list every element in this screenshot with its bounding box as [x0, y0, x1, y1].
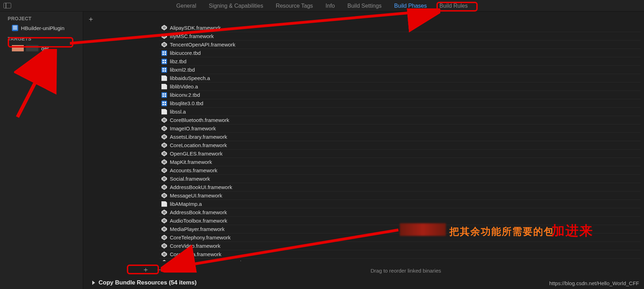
list-item[interactable]: AddressBook.framework [159, 208, 641, 216]
framework-icon [161, 151, 167, 157]
static-library-icon [161, 109, 167, 115]
source-watermark: https://blog.csdn.net/Hello_World_CFF [549, 280, 639, 286]
target-settings-tabs: General Signing & Capabilities Resource … [0, 0, 644, 12]
framework-name-label: TencentOpenAPI.framework [170, 42, 236, 48]
framework-name-label: MessageUI.framework [170, 193, 222, 198]
annotation-text-append: 加进来 [551, 222, 593, 240]
target-name-blurred [26, 45, 38, 51]
drag-hint-label: Drag to reorder linked binaries [371, 268, 441, 274]
list-item[interactable]: CoreLocation.framework [159, 141, 641, 149]
framework-icon [161, 134, 167, 140]
tab-info[interactable]: Info [319, 1, 341, 11]
list-item[interactable]: libicucore.tbd [159, 49, 641, 57]
tab-build-phases[interactable]: Build Phases [388, 1, 433, 11]
target-name-suffix: der [41, 45, 49, 51]
list-item[interactable]: Accounts.framework [159, 166, 641, 174]
list-item[interactable]: libsqlite3.0.tbd [159, 99, 641, 107]
framework-name-label: ImageIO.framework [170, 125, 216, 131]
tab-build-settings[interactable]: Build Settings [341, 1, 388, 11]
list-item[interactable]: MapKit.framework [159, 158, 641, 166]
framework-name-label: libAMapImp.a [170, 201, 202, 207]
framework-name-label: libbaiduSpeech.a [170, 75, 210, 81]
add-build-phase-button[interactable]: ＋ [87, 14, 94, 24]
framework-name-label: CoreLocation.framework [170, 142, 227, 148]
framework-name-label: Accounts.framework [170, 167, 217, 173]
static-library-icon [161, 84, 167, 89]
sidebar-item-project[interactable]: HBuilder-uniPlugin [0, 23, 83, 32]
framework-icon [161, 226, 167, 232]
framework-icon [161, 159, 167, 165]
framework-icon [161, 185, 167, 190]
copy-bundle-resources-section[interactable]: Copy Bundle Resources (54 items) [92, 279, 197, 286]
sidebar-item-target[interactable]: der [0, 44, 83, 53]
list-item[interactable]: libssl.a [159, 107, 641, 116]
sidebar-toggle-icon[interactable] [3, 3, 11, 8]
static-library-icon [161, 201, 167, 207]
disclosure-triangle-icon [92, 281, 95, 285]
target-app-icon [12, 45, 24, 51]
annotation-blur-block [400, 223, 446, 236]
list-item[interactable]: TencentOpenAPI.framework [159, 40, 641, 49]
framework-name-label: AddressBook.framework [170, 209, 227, 215]
framework-icon [161, 42, 167, 48]
framework-icon [161, 34, 167, 39]
list-item[interactable]: libz.tbd [159, 57, 641, 65]
framework-name-label: AddressBookUI.framework [170, 184, 232, 190]
framework-icon [161, 176, 167, 182]
list-item[interactable]: libbaiduSpeech.a [159, 74, 641, 82]
tbd-library-icon [161, 67, 167, 73]
framework-name-label: libxml2.tbd [170, 67, 195, 73]
list-item[interactable]: MessageUI.framework [159, 191, 641, 200]
list-item[interactable]: OpenGLES.framework [159, 149, 641, 158]
framework-name-label: MobileCoreServices.framework [170, 260, 243, 261]
list-item[interactable]: MobileCoreServices.framework [159, 258, 641, 261]
framework-name-label: CoreMedia.framework [170, 251, 222, 257]
list-item[interactable]: iflyMSC.framework [159, 32, 641, 40]
tbd-library-icon [161, 101, 167, 106]
sidebar-heading-targets: TARGETS [0, 35, 83, 44]
framework-name-label: CoreTelephony.framework [170, 234, 231, 240]
tab-resource-tags[interactable]: Resource Tags [269, 1, 319, 11]
project-navigator-sidebar: PROJECT HBuilder-uniPlugin TARGETS der [0, 12, 83, 289]
list-item[interactable]: libiconv.2.tbd [159, 91, 641, 99]
framework-icon [161, 168, 167, 173]
list-item[interactable]: Social.framework [159, 174, 641, 183]
framework-name-label: CoreBluetooth.framework [170, 117, 229, 123]
list-item[interactable]: libAMapImp.a [159, 200, 641, 208]
list-item[interactable]: CoreBluetooth.framework [159, 116, 641, 124]
framework-icon [161, 25, 167, 30]
framework-icon [161, 117, 167, 123]
framework-name-label: iflyMSC.framework [170, 33, 214, 39]
framework-name-label: AlipaySDK.framework [170, 25, 221, 31]
project-name-label: HBuilder-uniPlugin [21, 25, 64, 31]
remove-framework-button[interactable]: － [152, 265, 166, 274]
framework-icon [161, 193, 167, 198]
list-item[interactable]: AlipaySDK.framework [159, 23, 641, 32]
build-phases-content: ＋ AlipaySDK.frameworkiflyMSC.frameworkTe… [83, 12, 644, 289]
framework-name-label: AudioToolbox.framework [170, 218, 227, 224]
list-item[interactable]: AddressBookUI.framework [159, 183, 641, 191]
tab-general[interactable]: General [170, 1, 203, 11]
tab-build-rules[interactable]: Build Rules [433, 1, 474, 11]
list-item[interactable]: AssetsLibrary.framework [159, 132, 641, 141]
framework-icon [161, 252, 167, 257]
framework-name-label: MediaPlayer.framework [170, 226, 225, 232]
list-item[interactable]: libxml2.tbd [159, 65, 641, 74]
framework-icon [161, 235, 167, 240]
list-item[interactable]: liblibVideo.a [159, 82, 641, 91]
framework-icon [161, 126, 167, 131]
xcode-project-icon [12, 25, 18, 31]
list-item[interactable]: ImageIO.framework [159, 124, 641, 132]
editor-top-bar: General Signing & Capabilities Resource … [0, 0, 644, 12]
framework-icon [161, 210, 167, 215]
add-framework-button[interactable]: ＋ [139, 265, 152, 274]
list-item[interactable]: CoreMedia.framework [159, 250, 641, 258]
annotation-text-main: 把其余功能所需要的包 [449, 225, 554, 238]
framework-icon [161, 260, 167, 261]
framework-name-label: libicucore.tbd [170, 50, 201, 56]
framework-icon [161, 218, 167, 224]
framework-name-label: libz.tbd [170, 58, 187, 64]
tbd-library-icon [161, 50, 167, 56]
tab-signing-capabilities[interactable]: Signing & Capabilities [202, 1, 269, 11]
list-item[interactable]: CoreVideo.framework [159, 241, 641, 250]
